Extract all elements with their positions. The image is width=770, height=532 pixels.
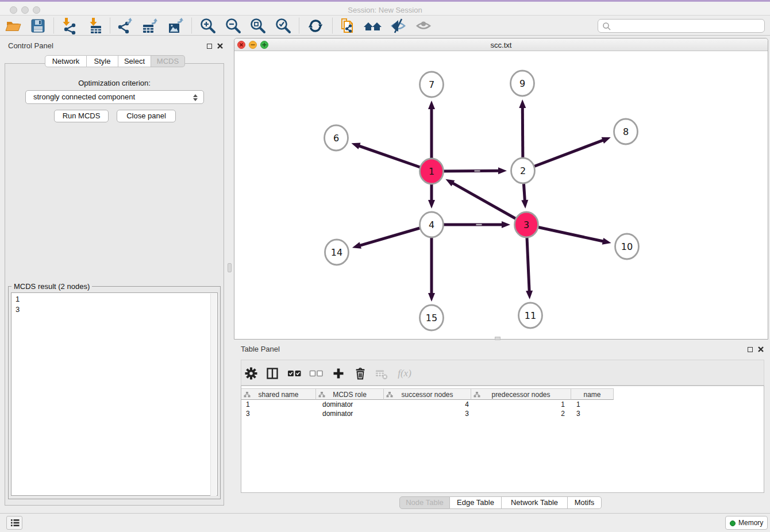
graph-node-label: 8	[623, 126, 629, 137]
export-network-icon[interactable]	[117, 17, 134, 34]
column-header-successor-nodes[interactable]: successor nodes	[384, 388, 471, 400]
mcds-result-title: MCDS result (2 nodes)	[11, 282, 92, 291]
table-cell[interactable]: 4	[384, 400, 471, 409]
open-session-icon[interactable]	[5, 17, 22, 34]
control-panel-title: Control Panel	[8, 41, 53, 50]
horizontal-splitter-handle[interactable]	[495, 337, 500, 340]
column-header-predecessor-nodes[interactable]: predecessor nodes	[471, 388, 571, 400]
table-cell[interactable]: dominator	[316, 409, 384, 418]
tab-motifs[interactable]: Motifs	[568, 496, 602, 509]
graph-node-label: 7	[429, 79, 434, 90]
network-window-title: scc.txt	[234, 41, 768, 49]
graph-edge-arrowhead	[521, 200, 528, 209]
graph-edge-arrowhead	[352, 242, 361, 249]
table-cell[interactable]: 1	[241, 400, 316, 409]
hide-details-icon[interactable]	[390, 17, 407, 34]
vertical-splitter-handle[interactable]	[228, 263, 232, 272]
graph-node-label: 11	[525, 310, 536, 321]
home-layout-icon[interactable]	[363, 17, 380, 34]
close-panel-button[interactable]: Close panel	[117, 110, 176, 122]
column-header-shared-name[interactable]: shared name	[241, 388, 316, 400]
save-session-icon[interactable]	[29, 17, 47, 34]
tab-network-table[interactable]: Network Table	[502, 496, 568, 509]
graph-node-label: 9	[519, 78, 525, 89]
graph-node-label: 10	[621, 241, 633, 252]
tab-select[interactable]: Select	[118, 55, 151, 67]
table-settings-icon[interactable]	[242, 365, 260, 382]
column-header-name[interactable]: name	[571, 388, 614, 400]
delete-column-icon[interactable]	[352, 365, 369, 382]
run-mcds-button[interactable]: Run MCDS	[54, 110, 109, 122]
memory-status-dot	[730, 521, 736, 526]
control-panel-tabs: Network Style Select MCDS	[45, 55, 185, 67]
mcds-result-list[interactable]: 1 3	[11, 292, 218, 496]
column-selector-icon[interactable]	[264, 365, 281, 382]
table-panel-close-icon[interactable]	[757, 346, 764, 353]
import-network-icon[interactable]	[60, 17, 77, 34]
toolbar-separator	[53, 18, 54, 33]
zoom-out-icon[interactable]	[225, 17, 242, 34]
export-image-icon[interactable]	[167, 17, 184, 34]
network-file-icon[interactable]	[339, 17, 356, 34]
main-toolbar	[0, 16, 770, 36]
graph-edge-arrowhead	[498, 167, 507, 174]
result-scrollbar[interactable]	[210, 294, 217, 496]
graph-edge[interactable]	[523, 140, 604, 171]
graph-edge-arrowhead	[428, 200, 435, 209]
graph-edge-arrowhead	[602, 238, 611, 245]
refresh-layout-icon[interactable]	[307, 17, 324, 34]
table-panel-title: Table Panel	[241, 345, 280, 353]
window-title: Session: New Session	[0, 6, 770, 14]
table-cell[interactable]: 2	[471, 409, 571, 418]
graph-edge-arrowhead	[526, 291, 533, 299]
dropdown-down-chevron	[193, 98, 198, 101]
graph-node-label: 14	[331, 247, 342, 258]
status-bar: Memory	[0, 513, 770, 532]
tab-node-table[interactable]: Node Table	[399, 496, 450, 509]
graph-edge-arrowhead	[428, 101, 435, 109]
import-table-icon[interactable]	[87, 17, 104, 34]
function-builder-icon[interactable]: f(x)	[394, 365, 415, 382]
table-cell[interactable]: 1	[571, 400, 614, 409]
control-panel-close-icon[interactable]	[217, 43, 224, 49]
tab-style[interactable]: Style	[87, 55, 118, 67]
table-toolbar: f(x)	[241, 360, 764, 385]
mcds-result-values: 1 3	[16, 294, 20, 315]
graph-canvas[interactable]: 1234678910111415	[234, 51, 768, 340]
zoom-fit-icon[interactable]	[249, 17, 267, 34]
table-cell[interactable]: 3	[571, 409, 614, 418]
graph-node-label: 15	[426, 313, 437, 323]
application-window: Session: New Session	[0, 0, 770, 532]
criterion-dropdown[interactable]: strongly connected component	[25, 90, 204, 104]
graph-edge-arrowhead	[351, 143, 360, 149]
table-panel-tabs: Node Table Edge Table Network Table Moti…	[399, 496, 602, 509]
table-cell[interactable]: dominator	[316, 400, 384, 409]
show-details-icon[interactable]	[415, 17, 432, 34]
add-column-icon[interactable]	[330, 365, 347, 382]
table-cell[interactable]: 3	[384, 409, 471, 418]
titlebar[interactable]: Session: New Session	[0, 2, 770, 16]
delete-table-icon[interactable]	[374, 365, 391, 382]
tab-edge-table[interactable]: Edge Table	[450, 496, 502, 509]
select-all-icon[interactable]	[286, 365, 303, 382]
tab-mcds[interactable]: MCDS	[151, 55, 185, 67]
tab-network[interactable]: Network	[45, 55, 87, 67]
node-table[interactable]: shared nameMCDS rolesuccessor nodesprede…	[241, 385, 764, 493]
control-panel-float-icon[interactable]	[207, 44, 212, 49]
zoom-selected-icon[interactable]	[275, 17, 292, 34]
table-cell[interactable]: 3	[241, 409, 316, 418]
graph-node-label: 4	[429, 219, 434, 230]
table-cell[interactable]: 1	[471, 400, 571, 409]
column-header-MCDS-role[interactable]: MCDS role	[316, 388, 384, 400]
task-history-button[interactable]	[6, 516, 22, 530]
export-table-icon[interactable]	[141, 17, 159, 34]
memory-button[interactable]: Memory	[725, 516, 768, 530]
deselect-all-icon[interactable]	[307, 365, 325, 382]
graph-edge-arrowhead	[519, 99, 526, 108]
table-panel-float-icon[interactable]	[748, 347, 753, 352]
zoom-in-icon[interactable]	[199, 17, 217, 34]
search-input[interactable]	[598, 19, 765, 33]
graph-node-label: 3	[523, 219, 529, 230]
network-view-window: scc.txt 1234678910111415	[234, 38, 768, 340]
network-window-titlebar[interactable]: scc.txt	[234, 38, 768, 51]
